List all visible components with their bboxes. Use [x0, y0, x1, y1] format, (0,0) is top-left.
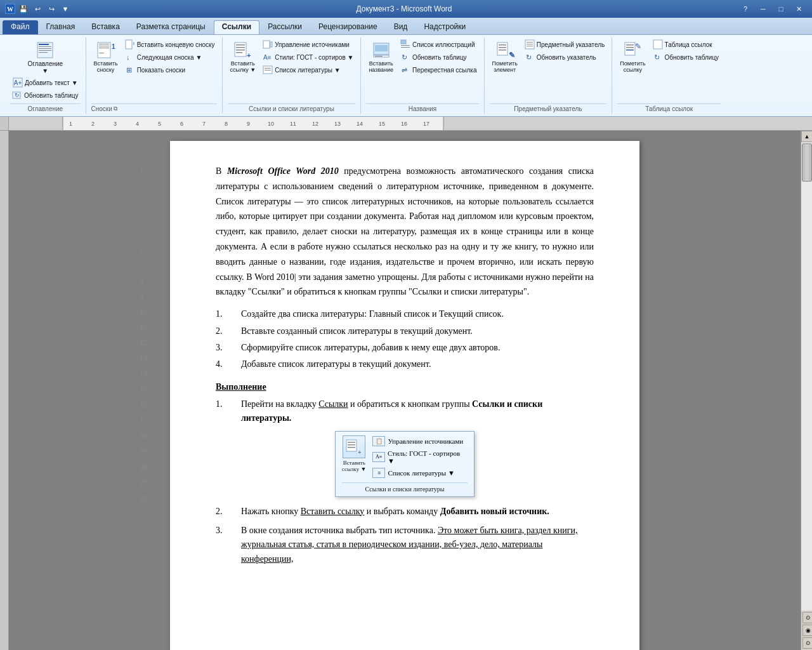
update-table-btn[interactable]: ↻ Обновить таблицу	[398, 51, 478, 63]
index-btn[interactable]: Предметный указатель	[523, 39, 606, 50]
vertical-scrollbar[interactable]: ▲ ⊙ ◉ ⊙ ▼	[801, 131, 812, 650]
tab-mailings[interactable]: Рассылки	[259, 20, 310, 34]
tooltip-insert-btn[interactable]: + Вставитьссылку ▼	[342, 435, 366, 472]
sources-icon	[263, 39, 273, 50]
insert-citation-btn[interactable]: + Вставитьссылку ▼	[228, 39, 259, 74]
tooltip-options: 📋 Управление источниками A≡ Стиль: ГОСТ …	[371, 435, 468, 479]
bibliography-btn[interactable]: Список литературы ▼	[261, 64, 355, 76]
svg-text:17: 17	[423, 121, 429, 127]
document-page[interactable]: 12345 678910 1112131415 1617181920 2122 …	[170, 141, 639, 650]
style-btn[interactable]: A≡ Стили: ГОСТ - сортиров ▼	[261, 51, 355, 63]
mark-citation-btn[interactable]: ✎ Пометитьссылку	[617, 39, 648, 74]
tooltip-option-biblio[interactable]: ≡ Список литературы ▼	[371, 467, 468, 479]
scroll-track[interactable]	[801, 142, 812, 611]
task-text-2: Вставьте созданный список литературы в т…	[241, 324, 473, 338]
svg-rect-58	[653, 40, 662, 49]
style-sel-label: Стиль: ГОСТ - сортиров ▼	[388, 449, 466, 465]
quick-access-toolbar: 💾 ↩ ↪ ▼	[18, 3, 71, 15]
tooltip-inner: + Вставитьссылку ▼ 📋 Управление источник…	[342, 435, 468, 479]
tab-addons[interactable]: Надстройки	[416, 20, 474, 34]
svg-text:10: 10	[268, 121, 274, 127]
cross-ref-btn[interactable]: ⇌ Перекрестная ссылка	[398, 64, 478, 76]
manage-sources-btn[interactable]: Управление источниками	[261, 39, 355, 50]
citation-label: Вставитьссылку ▼	[230, 60, 256, 73]
execution-heading: Выполнение	[216, 382, 594, 392]
tab-insert[interactable]: Вставка	[83, 20, 128, 34]
svg-rect-16	[99, 53, 104, 53]
svg-rect-85	[348, 447, 355, 448]
undo-quick-btn[interactable]: ↩	[32, 3, 43, 15]
tab-review[interactable]: Рецензирование	[310, 20, 386, 34]
svg-rect-12	[98, 43, 110, 58]
index-icon	[525, 39, 535, 50]
svg-rect-18	[126, 40, 132, 49]
scroll-up-btn[interactable]: ▲	[801, 131, 812, 142]
scroll-select-obj-btn[interactable]: ◉	[802, 625, 812, 636]
update-cit-table-btn[interactable]: ↻ Обновить таблицу	[651, 51, 721, 63]
svg-rect-7	[39, 52, 48, 53]
qa-dropdown-btn[interactable]: ▼	[60, 3, 71, 15]
tab-view[interactable]: Вид	[386, 20, 416, 34]
tab-file[interactable]: Файл	[3, 20, 38, 34]
svg-rect-56	[626, 50, 634, 51]
toc-label: Оглавление▼	[27, 60, 63, 74]
mark-entry-btn[interactable]: ✎ Пометитьэлемент	[490, 39, 520, 74]
svg-rect-54	[626, 44, 634, 46]
insert-caption-btn[interactable]: Вставитьназвание	[366, 39, 396, 74]
insert-footnote-btn[interactable]: 1 Вставитьсноску	[91, 39, 121, 74]
update-index-btn[interactable]: ↻ Обновить указатель	[523, 51, 606, 63]
svg-rect-28	[263, 41, 270, 48]
svg-rect-61	[9, 117, 63, 130]
citations-table-btn[interactable]: Таблица ссылок	[651, 39, 721, 50]
task-text-4: Добавьте список литературы в текущий док…	[241, 357, 431, 371]
next-footnote-btn[interactable]: ↓ Следующая сноска ▼	[123, 51, 217, 63]
tooltip-footer-label: Ссылки и списки литературы	[342, 482, 468, 493]
update-index-label: Обновить указатель	[537, 54, 596, 61]
update-toc-btn[interactable]: ↻ Обновить таблицу	[10, 90, 81, 101]
bibliography-label: Список литературы ▼	[275, 67, 340, 74]
svg-rect-25	[236, 50, 245, 51]
svg-rect-33	[265, 70, 271, 70]
svg-text:i: i	[133, 41, 134, 46]
maximize-btn[interactable]: □	[773, 3, 789, 15]
footnotes-group-label: Сноски ⧉	[91, 103, 217, 114]
style-sel-icon: A≡	[372, 452, 384, 462]
style-label: Стили: ГОСТ - сортиров ▼	[275, 54, 353, 61]
task-list: 1. Создайте два списка литературы: Главн…	[216, 307, 594, 372]
task-num-4: 4.	[216, 357, 241, 371]
svg-rect-83	[348, 442, 355, 443]
bibliography-icon	[263, 65, 273, 75]
scroll-prev-page-btn[interactable]: ⊙	[802, 612, 812, 623]
endnote-btn[interactable]: i Вставить концевую сноску	[123, 39, 217, 50]
save-quick-btn[interactable]: 💾	[18, 3, 29, 15]
close-btn[interactable]: ✕	[790, 3, 807, 15]
tab-home[interactable]: Главная	[38, 20, 84, 34]
help-btn[interactable]: ?	[737, 3, 754, 15]
redo-quick-btn[interactable]: ↪	[46, 3, 57, 15]
minimize-btn[interactable]: ─	[755, 3, 771, 15]
tooltip-btn-label: Вставитьссылку ▼	[342, 460, 366, 472]
mark-citation-icon: ✎	[622, 40, 643, 60]
svg-text:↓: ↓	[126, 53, 130, 61]
ribbon-group-captions: Вставитьназвание Список иллюстраций ↻	[361, 37, 484, 114]
ribbon-group-citations: + Вставитьссылку ▼ Управление источникам…	[223, 37, 362, 114]
svg-rect-5	[39, 48, 51, 49]
toc-button[interactable]: Оглавление▼	[25, 39, 65, 76]
tooltip-option-style[interactable]: A≡ Стиль: ГОСТ - сортиров ▼	[371, 449, 468, 465]
svg-rect-84	[348, 444, 355, 446]
toc-icon	[35, 40, 55, 60]
tab-page-layout[interactable]: Разметка страницы	[128, 20, 214, 34]
ruler-area: 1 2 3 4 5 6 7 8 9 10 11 12 13 14 15 16 1…	[0, 117, 812, 131]
show-notes-btn[interactable]: ⊞ Показать сноски	[123, 64, 217, 76]
next-footnote-label: Следующая сноска ▼	[137, 54, 202, 61]
document-main[interactable]: 12345 678910 1112131415 1617181920 2122 …	[9, 131, 801, 650]
endnote-label: Вставить концевую сноску	[137, 41, 215, 48]
tooltip-option-sources[interactable]: 📋 Управление источниками	[371, 435, 468, 447]
add-text-btn[interactable]: A+ Добавить текст ▼	[11, 77, 80, 88]
update-table-label: Обновить таблицу	[412, 54, 467, 61]
scroll-thumb[interactable]	[802, 143, 812, 182]
figure-list-btn[interactable]: Список иллюстраций	[398, 39, 478, 50]
mark-icon: ✎	[495, 40, 515, 60]
tab-references[interactable]: Ссылки	[214, 20, 259, 34]
scroll-next-page-btn[interactable]: ⊙	[802, 637, 812, 649]
